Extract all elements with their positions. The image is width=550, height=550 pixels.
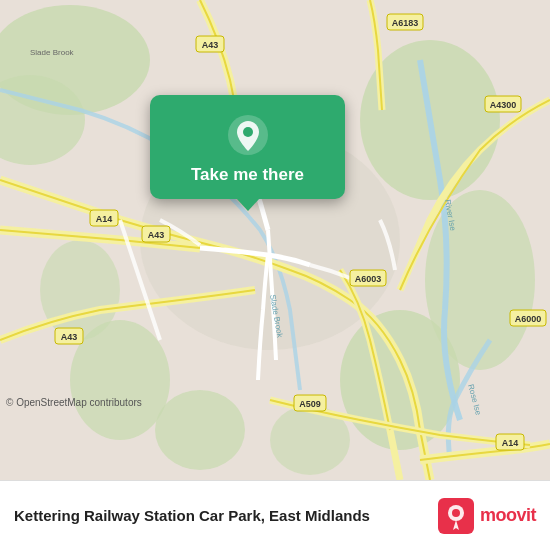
map-container: A43 A14 A43 A43 A6183 A4300 A6003 A509 A… (0, 0, 550, 480)
attribution-text: © OpenStreetMap contributors (6, 397, 142, 408)
svg-text:A14: A14 (96, 214, 113, 224)
svg-point-36 (243, 127, 253, 137)
svg-text:A6003: A6003 (355, 274, 382, 284)
svg-text:A4300: A4300 (490, 100, 517, 110)
svg-point-39 (452, 509, 460, 517)
location-name: Kettering Railway Station Car Park, East… (14, 507, 438, 524)
svg-text:A6183: A6183 (392, 18, 419, 28)
moovit-text: moovit (480, 505, 536, 526)
svg-text:A6000: A6000 (515, 314, 542, 324)
svg-text:A43: A43 (148, 230, 165, 240)
bottom-bar: Kettering Railway Station Car Park, East… (0, 480, 550, 550)
map-pin-icon (226, 113, 270, 157)
svg-point-7 (155, 390, 245, 470)
map-svg: A43 A14 A43 A43 A6183 A4300 A6003 A509 A… (0, 0, 550, 480)
cta-card[interactable]: Take me there (150, 95, 345, 199)
svg-text:A43: A43 (61, 332, 78, 342)
svg-text:Slade Brook: Slade Brook (30, 48, 75, 57)
svg-text:A14: A14 (502, 438, 519, 448)
svg-text:A43: A43 (202, 40, 219, 50)
svg-text:A509: A509 (299, 399, 321, 409)
cta-label: Take me there (191, 165, 304, 185)
location-info: Kettering Railway Station Car Park, East… (14, 507, 438, 524)
moovit-logo[interactable]: moovit (438, 498, 536, 534)
moovit-icon (438, 498, 474, 534)
